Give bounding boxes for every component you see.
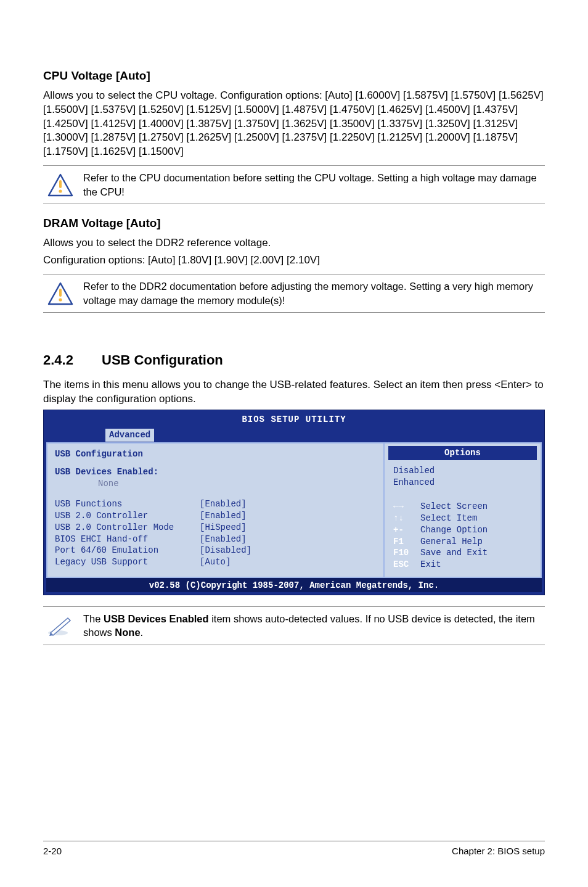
bios-panel: BIOS SETUP UTILITY Advanced USB Configur… <box>43 410 545 595</box>
bios-title: BIOS SETUP UTILITY <box>46 413 542 428</box>
usb-config-intro: The items in this menu allows you to cha… <box>43 378 545 406</box>
help-general-help: F1General Help <box>393 536 534 548</box>
bios-tab-advanced[interactable]: Advanced <box>105 428 155 442</box>
usb-devices-enabled-value: None <box>55 478 376 490</box>
bios-left-pane: USB Configuration USB Devices Enabled: N… <box>47 444 383 577</box>
bios-row-usb20-controller-mode[interactable]: USB 2.0 Controller Mode[HiSpeed] <box>55 522 376 534</box>
section-title: USB Configuration <box>102 352 223 368</box>
dram-caution-note: Refer to the DDR2 documentation before a… <box>43 274 545 313</box>
page-footer: 2-20 Chapter 2: BIOS setup <box>43 841 545 857</box>
options-list: Disabled Enhanced <box>385 465 541 493</box>
cpu-voltage-body: Allows you to select the CPU voltage. Co… <box>43 89 545 160</box>
section-number: 2.4.2 <box>43 351 102 369</box>
bios-row-bios-ehci-handoff[interactable]: BIOS EHCI Hand-off[Enabled] <box>55 534 376 545</box>
help-exit: ESCExit <box>393 559 534 571</box>
page-number: 2-20 <box>43 845 62 857</box>
usb-devices-enabled-label: USB Devices Enabled: <box>55 466 376 478</box>
bios-inner: USB Configuration USB Devices Enabled: N… <box>46 442 542 578</box>
dram-voltage-heading: DRAM Voltage [Auto] <box>43 215 545 231</box>
caution-icon <box>43 173 77 197</box>
caution-icon <box>43 282 77 305</box>
bios-left-header: USB Configuration <box>55 448 376 460</box>
usb-devices-note: The USB Devices Enabled item shows auto-… <box>43 606 545 645</box>
bios-right-pane: Options Disabled Enhanced ←→Select Scree… <box>383 444 541 577</box>
chapter-label: Chapter 2: BIOS setup <box>452 845 545 857</box>
option-enhanced[interactable]: Enhanced <box>393 477 534 489</box>
svg-point-2 <box>59 189 62 192</box>
bios-row-usb20-controller[interactable]: USB 2.0 Controller[Enabled] <box>55 510 376 522</box>
help-select-item: ↑↓Select Item <box>393 513 534 524</box>
dram-caution-text: Refer to the DDR2 documentation before a… <box>77 279 545 307</box>
dram-voltage-body-1: Allows you to select the DDR2 reference … <box>43 236 545 250</box>
help-select-screen: ←→Select Screen <box>393 501 534 513</box>
bios-row-legacy-usb-support[interactable]: Legacy USB Support[Auto] <box>55 556 376 568</box>
bios-help: ←→Select Screen ↑↓Select Item +-Change O… <box>385 501 541 577</box>
svg-rect-1 <box>59 180 62 188</box>
option-disabled[interactable]: Disabled <box>393 465 534 477</box>
cpu-caution-note: Refer to the CPU documentation before se… <box>43 165 545 204</box>
pencil-icon <box>43 614 77 637</box>
bios-row-usb-functions[interactable]: USB Functions[Enabled] <box>55 498 376 510</box>
bios-footer: v02.58 (C)Copyright 1985-2007, American … <box>46 578 542 592</box>
help-save-exit: F10Save and Exit <box>393 547 534 559</box>
cpu-voltage-heading: CPU Voltage [Auto] <box>43 68 545 84</box>
bios-tab-row: Advanced <box>46 428 542 442</box>
options-title: Options <box>388 446 537 460</box>
usb-config-heading: 2.4.2USB Configuration <box>43 351 545 369</box>
help-change-option: +-Change Option <box>393 524 534 536</box>
usb-devices-note-text: The USB Devices Enabled item shows auto-… <box>77 612 545 640</box>
cpu-caution-text: Refer to the CPU documentation before se… <box>77 171 545 199</box>
svg-point-5 <box>59 298 62 301</box>
dram-voltage-body-2: Configuration options: [Auto] [1.80V] [1… <box>43 254 545 268</box>
svg-rect-4 <box>59 289 62 297</box>
bios-row-port-6460-emulation[interactable]: Port 64/60 Emulation[Disabled] <box>55 545 376 556</box>
